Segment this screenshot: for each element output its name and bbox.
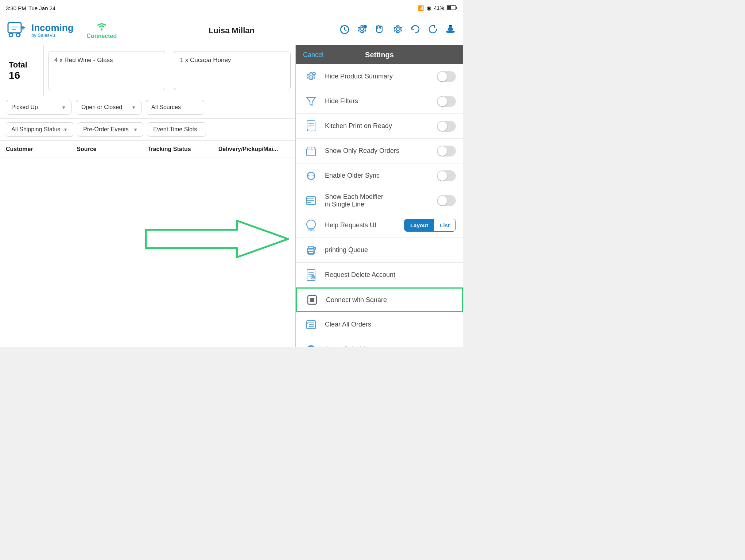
col-delivery: Delivery/Pickup/Mai... — [218, 146, 289, 152]
clear-orders-label: Clear All Orders — [325, 321, 456, 328]
filter-time-slots[interactable]: Event Time Slots — [148, 122, 206, 137]
battery-level: 41% — [434, 5, 444, 11]
total-box: Total 16 — [0, 45, 44, 96]
svg-rect-22 — [449, 25, 452, 26]
concierge-icon[interactable] — [445, 24, 456, 37]
settings-item-hide-filters[interactable]: Hide Filters — [296, 89, 463, 114]
settings-item-kitchen-print[interactable]: Kitchen Print on Ready — [296, 114, 463, 139]
settings-item-modifier[interactable]: Show Each Modifier in Single Line — [296, 188, 463, 213]
col-source: Source — [77, 146, 147, 152]
alarm-icon[interactable] — [339, 24, 350, 37]
chevron-icon: ▼ — [131, 105, 136, 110]
help-requests-label: Help Requests UI — [325, 221, 404, 229]
settings-item-printing-queue[interactable]: ! printing Queue — [296, 238, 463, 263]
svg-point-5 — [16, 33, 20, 37]
svg-rect-27 — [307, 121, 315, 131]
battery-icon — [447, 5, 457, 11]
list-button[interactable]: List — [434, 219, 455, 231]
refresh-icon[interactable] — [410, 24, 421, 37]
gear-badge-icon[interactable]: ! — [357, 24, 368, 37]
svg-point-23 — [310, 75, 313, 78]
hide-product-summary-label: Hide Product Summary — [325, 73, 437, 80]
svg-rect-3 — [8, 23, 21, 33]
settings-item-about[interactable]: About SalesVu — [296, 337, 463, 347]
settings-item-older-sync[interactable]: Enable Older Sync — [296, 163, 463, 188]
logo-area: Incoming by SalesVu Connected — [7, 20, 117, 41]
delete-account-label: Request Delete Account — [325, 271, 456, 279]
svg-rect-1 — [447, 6, 451, 9]
box-icon — [303, 143, 319, 159]
doc-x-icon — [303, 267, 319, 283]
svg-point-38 — [307, 198, 308, 199]
modifier-label: Show Each Modifier in Single Line — [325, 193, 437, 208]
order-item-1: 4 x Red Wine - Glass — [48, 51, 165, 90]
settings-title: Settings — [341, 51, 418, 59]
left-panel: Total 16 4 x Red Wine - Glass 1 x Cucapa… — [0, 45, 295, 347]
status-time: 3:30 PM — [6, 5, 26, 11]
hide-filters-toggle[interactable] — [437, 96, 456, 107]
filter-row-1: Picked Up ▼ Open or Closed ▼ All Sources — [0, 96, 295, 119]
chevron-icon: ▼ — [133, 127, 138, 132]
wifi-icon: 📶 — [418, 5, 424, 11]
svg-point-4 — [9, 33, 13, 37]
printing-queue-label: printing Queue — [325, 246, 456, 254]
help-icon[interactable] — [374, 24, 386, 37]
settings-item-clear-orders[interactable]: Clear All Orders — [296, 312, 463, 337]
gear-badge-settings-icon — [303, 69, 319, 85]
modifier-toggle[interactable] — [437, 195, 456, 206]
header: Incoming by SalesVu Connected Luisa Mill… — [0, 16, 463, 45]
svg-rect-2 — [456, 7, 457, 9]
older-sync-toggle[interactable] — [437, 170, 456, 181]
bell-hand-icon — [303, 217, 319, 233]
col-customer: Customer — [6, 146, 77, 152]
svg-line-13 — [345, 30, 346, 31]
logo-text-group: Incoming by SalesVu — [31, 23, 74, 38]
connect-square-label: Connect with Square — [326, 296, 455, 304]
svg-text:!: ! — [314, 248, 315, 250]
printer-icon: ! — [303, 242, 319, 258]
sync-icon — [303, 168, 319, 184]
settings-item-ready-orders[interactable]: Show Only Ready Orders — [296, 139, 463, 163]
svg-point-20 — [446, 30, 455, 33]
status-left: 3:30 PM Tue Jan 24 — [6, 5, 55, 11]
table-header: Customer Source Tracking Status Delivery… — [0, 141, 295, 158]
settings-cancel-button[interactable]: Cancel — [303, 51, 341, 59]
connected-label: Connected — [87, 33, 117, 39]
ready-orders-toggle[interactable] — [437, 146, 456, 157]
filter-pickup[interactable]: Picked Up ▼ — [6, 100, 71, 115]
settings-item-hide-product-summary[interactable]: Hide Product Summary — [296, 64, 463, 89]
filter-shipping[interactable]: All Shipping Status ▼ — [6, 122, 73, 137]
info-icon — [303, 341, 319, 348]
filter-open-closed[interactable]: Open or Closed ▼ — [76, 100, 141, 115]
older-sync-label: Enable Older Sync — [325, 172, 437, 179]
col-tracking: Tracking Status — [148, 146, 218, 152]
ready-orders-label: Show Only Ready Orders — [325, 147, 437, 155]
svg-point-39 — [307, 200, 308, 201]
settings-icon[interactable] — [392, 24, 403, 37]
list-check-icon — [303, 317, 319, 333]
svg-text:!: ! — [365, 26, 365, 28]
filter-row-2: All Shipping Status ▼ Pre-Order Events ▼… — [0, 119, 295, 141]
svg-rect-58 — [310, 298, 314, 302]
chevron-icon: ▼ — [63, 127, 68, 132]
settings-item-help-requests[interactable]: Help Requests UI Layout List — [296, 213, 463, 238]
filter-all-sources[interactable]: All Sources — [146, 100, 204, 115]
filter-preorder[interactable]: Pre-Order Events ▼ — [78, 122, 143, 137]
header-title: Luisa Millan — [209, 26, 255, 35]
reload-icon[interactable] — [427, 24, 438, 37]
layout-button[interactable]: Layout — [404, 219, 434, 231]
about-label: About SalesVu — [325, 345, 456, 347]
settings-item-delete-account[interactable]: Request Delete Account — [296, 263, 463, 287]
order-item-2: 1 x Cucapa Honey — [174, 51, 291, 90]
connected-area: Connected — [87, 22, 117, 39]
settings-item-connect-square[interactable]: Connect with Square — [296, 287, 463, 312]
filter-icon — [303, 93, 319, 109]
svg-point-16 — [361, 28, 364, 31]
layout-list-toggle: Layout List — [404, 219, 456, 232]
svg-point-40 — [307, 202, 308, 203]
kitchen-print-toggle[interactable] — [437, 121, 456, 132]
list-modifier-icon — [303, 193, 319, 209]
hide-product-summary-toggle[interactable] — [437, 71, 456, 82]
total-label: Total — [9, 60, 35, 70]
header-icons: ! — [339, 24, 456, 37]
